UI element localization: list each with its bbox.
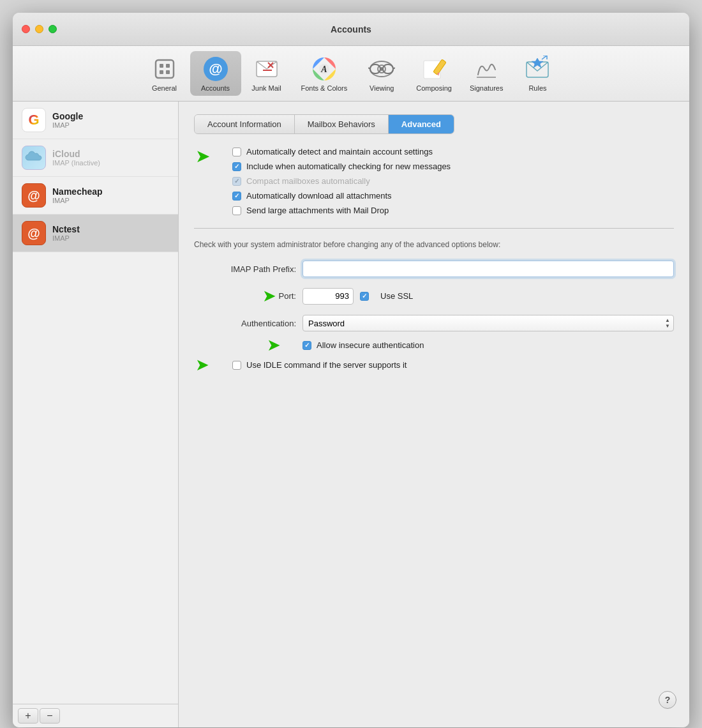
auto-detect-row: ➤ Automatically detect and maintain acco… — [232, 147, 674, 156]
signatures-label: Signatures — [470, 84, 504, 92]
svg-rect-0 — [156, 60, 174, 78]
fonts-colors-icon: A — [310, 55, 338, 83]
use-ssl-label: Use SSL — [380, 291, 413, 301]
close-button[interactable] — [22, 25, 30, 33]
options-section: ➤ Automatically detect and maintain acco… — [194, 147, 674, 215]
include-checking-row: Include when automatically checking for … — [232, 162, 674, 171]
rules-icon — [523, 55, 551, 83]
authentication-row: Authentication: Password MD5 Challenge-R… — [194, 315, 674, 331]
title-bar: Accounts — [13, 13, 689, 46]
section-divider — [194, 228, 674, 229]
fonts-colors-label: Fonts & Colors — [301, 84, 348, 92]
signatures-icon — [472, 55, 500, 83]
toolbar-item-composing[interactable]: Composing — [407, 51, 461, 96]
viewing-icon — [368, 55, 396, 83]
namecheap-account-name: Namecheap — [52, 186, 103, 197]
svg-rect-4 — [166, 70, 170, 74]
general-icon — [151, 55, 179, 83]
viewing-label: Viewing — [370, 84, 394, 92]
idle-checkbox[interactable] — [232, 361, 241, 370]
nctest-account-type: IMAP — [52, 234, 80, 242]
compact-mailboxes-label: Compact mailboxes automatically — [246, 176, 370, 186]
remove-account-button[interactable]: − — [40, 708, 60, 724]
svg-rect-2 — [166, 64, 170, 68]
icloud-account-name: iCloud — [52, 149, 100, 159]
auto-download-label: Automatically download all attachments — [246, 191, 392, 201]
idle-row: ➤ Use IDLE command if the server support… — [232, 360, 674, 370]
junk-mail-label: Junk Mail — [251, 84, 281, 92]
nctest-icon: @ — [22, 221, 46, 245]
auto-detect-label: Automatically detect and maintain accoun… — [246, 147, 433, 156]
detail-panel: Account Information Mailbox Behaviors Ad… — [179, 102, 689, 727]
google-account-type: IMAP — [52, 121, 83, 129]
imap-path-prefix-label: IMAP Path Prefix: — [194, 264, 296, 274]
svg-rect-20 — [370, 64, 380, 73]
help-button[interactable]: ? — [659, 691, 676, 709]
account-item-icloud[interactable]: iCloud IMAP (Inactive) — [13, 139, 178, 177]
mail-drop-row: Send large attachments with Mail Drop — [232, 206, 674, 215]
auto-detect-checkbox[interactable] — [232, 148, 241, 156]
port-row: ➤ Port: Use SSL — [194, 286, 674, 306]
toolbar-item-viewing[interactable]: Viewing — [356, 51, 407, 96]
allow-insecure-checkbox[interactable] — [302, 341, 311, 350]
account-item-google[interactable]: G Google IMAP — [13, 102, 178, 139]
add-account-button[interactable]: + — [18, 708, 38, 724]
auto-download-row: Automatically download all attachments — [232, 191, 674, 201]
port-input[interactable] — [302, 288, 354, 305]
imap-path-prefix-row: IMAP Path Prefix: — [194, 261, 674, 277]
toolbar-item-accounts[interactable]: @ Accounts — [190, 51, 241, 96]
include-checking-label: Include when automatically checking for … — [246, 162, 451, 171]
compact-mailboxes-row: Compact mailboxes automatically — [232, 176, 674, 186]
composing-label: Composing — [416, 84, 452, 92]
namecheap-icon: @ — [22, 183, 46, 208]
auto-download-checkbox[interactable] — [232, 192, 241, 201]
window-title: Accounts — [331, 24, 371, 34]
tab-account-information[interactable]: Account Information — [195, 115, 295, 133]
allow-insecure-label: Allow insecure authentication — [317, 340, 424, 350]
authentication-select[interactable]: Password MD5 Challenge-Response NTLM Ker… — [302, 315, 674, 331]
svg-rect-21 — [383, 64, 393, 73]
general-label: General — [152, 84, 177, 92]
svg-text:@: @ — [209, 61, 222, 77]
port-label: ➤ Port: — [194, 286, 296, 306]
sidebar: G Google IMAP iCloud — [13, 102, 179, 727]
rules-label: Rules — [528, 84, 546, 92]
include-checking-checkbox[interactable] — [232, 162, 241, 171]
google-icon: G — [22, 108, 46, 132]
mail-drop-checkbox[interactable] — [232, 206, 241, 215]
compact-mailboxes-checkbox[interactable] — [232, 177, 241, 186]
junk-mail-icon — [253, 55, 281, 83]
main-window: Accounts General @ — [13, 13, 689, 727]
svg-rect-1 — [160, 64, 163, 68]
toolbar-item-junk-mail[interactable]: Junk Mail — [241, 51, 292, 96]
account-item-namecheap[interactable]: @ Namecheap IMAP — [13, 177, 178, 215]
accounts-label: Accounts — [201, 84, 230, 92]
main-content: G Google IMAP iCloud — [13, 102, 689, 727]
svg-rect-3 — [160, 70, 163, 74]
toolbar-item-signatures[interactable]: Signatures — [461, 51, 512, 96]
tab-advanced[interactable]: Advanced — [389, 115, 454, 133]
auto-detect-arrow: ➤ — [195, 146, 210, 167]
toolbar-item-fonts-colors[interactable]: A Fonts & Colors — [292, 51, 357, 96]
idle-label: Use IDLE command if the server supports … — [246, 360, 407, 370]
authentication-label: Authentication: — [194, 319, 296, 328]
use-ssl-checkbox[interactable] — [360, 292, 369, 301]
toolbar-item-rules[interactable]: Rules — [512, 51, 563, 96]
tab-mailbox-behaviors[interactable]: Mailbox Behaviors — [295, 115, 389, 133]
minimize-button[interactable] — [35, 25, 43, 33]
account-item-nctest[interactable]: @ Nctest IMAP — [13, 215, 178, 252]
window-controls — [22, 25, 57, 33]
toolbar-item-general[interactable]: General — [139, 51, 190, 96]
namecheap-account-type: IMAP — [52, 197, 103, 204]
svg-line-31 — [542, 56, 547, 59]
sidebar-bottom-buttons: + − — [13, 704, 178, 727]
maximize-button[interactable] — [49, 25, 57, 33]
svg-marker-30 — [532, 58, 543, 68]
allow-insecure-row: ➤ Allow insecure authentication — [302, 340, 674, 350]
mail-drop-label: Send large attachments with Mail Drop — [246, 206, 389, 215]
svg-text:A: A — [320, 64, 327, 74]
tab-bar: Account Information Mailbox Behaviors Ad… — [194, 114, 454, 134]
warning-text: Check with your system administrator bef… — [194, 239, 674, 250]
imap-path-prefix-input[interactable] — [302, 261, 674, 277]
accounts-icon: @ — [202, 55, 230, 83]
